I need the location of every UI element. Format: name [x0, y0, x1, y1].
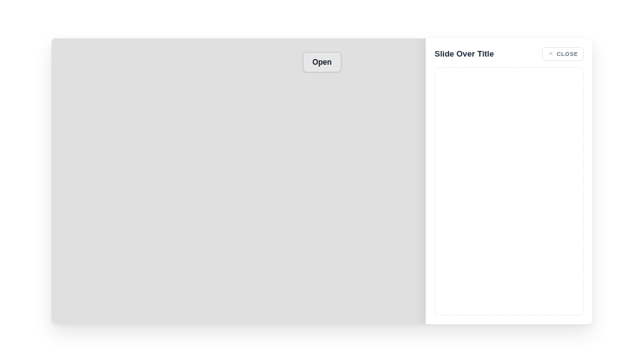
- close-icon: [548, 50, 554, 58]
- close-button[interactable]: CLOSE: [542, 47, 584, 61]
- panel-header: Slide Over Title CLOSE: [426, 38, 592, 67]
- slide-over-panel: Slide Over Title CLOSE: [426, 38, 592, 324]
- app-frame: Open Slide Over Title CLOSE: [52, 38, 592, 324]
- panel-body-placeholder: [435, 67, 584, 315]
- panel-title: Slide Over Title: [435, 49, 494, 58]
- open-button[interactable]: Open: [303, 52, 341, 72]
- close-button-label: CLOSE: [557, 51, 578, 57]
